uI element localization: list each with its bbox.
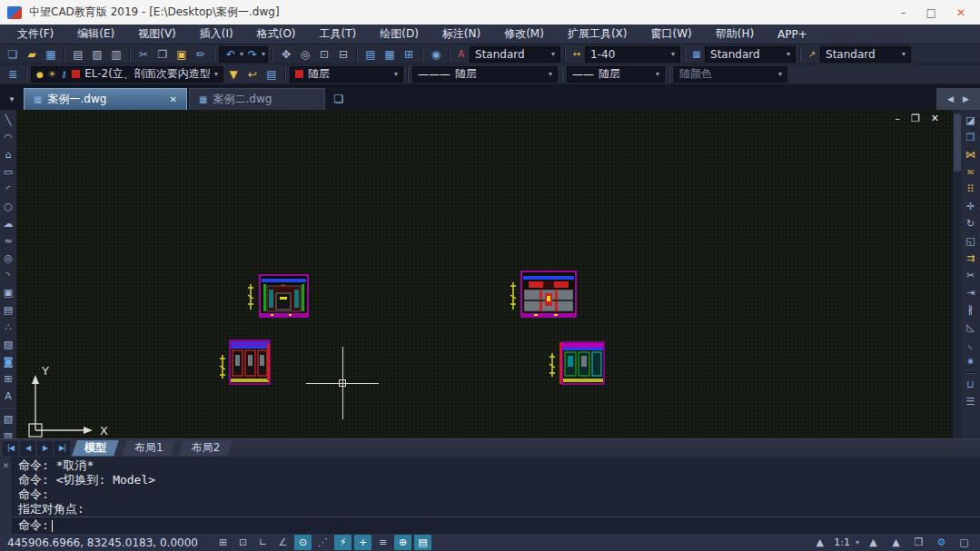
arc-tool-icon[interactable]: ◠ (1, 129, 16, 146)
mirror-tool-icon[interactable]: ⋈ (963, 146, 978, 163)
lineweight-combo[interactable]: —— 随层 ▾ (567, 66, 665, 83)
selection-cycling-toggle-icon[interactable]: ⊕ (394, 535, 411, 550)
polar-tracking-toggle-icon[interactable]: ∠ (274, 535, 292, 550)
image-attach-tool-icon[interactable]: ▧ (1, 410, 16, 428)
chamfer-tool-icon[interactable]: ◺ (963, 319, 978, 336)
annotation-scale-icon[interactable]: ▲ (811, 535, 828, 550)
hatch-tool-icon[interactable]: ▨ (1, 336, 16, 353)
scale-tool-icon[interactable]: ◱ (963, 232, 978, 250)
tab-scroll-left-icon[interactable]: ◀ (947, 94, 954, 103)
command-close-icon[interactable]: ✕ (3, 461, 10, 470)
menu-file[interactable]: 文件(F) (5, 25, 65, 44)
extend-tool-icon[interactable]: ⇥ (963, 284, 978, 301)
mleader-style-caret-icon[interactable]: ▾ (902, 50, 906, 58)
save-icon[interactable]: ▦ (42, 46, 60, 63)
canvas-vertical-scrollbar[interactable] (952, 110, 961, 438)
explode-tool-icon[interactable]: ✷ (963, 353, 978, 370)
layer-states-icon[interactable]: ▤ (262, 66, 281, 83)
annotation-visibility-icon[interactable]: ▲ (865, 535, 882, 550)
redo-icon[interactable]: ↷ (243, 46, 262, 63)
ortho-toggle-icon[interactable]: ∟ (254, 535, 272, 550)
menu-draw[interactable]: 绘图(D) (368, 25, 431, 44)
text-style-combo[interactable]: Standard ▾ (470, 46, 560, 63)
menu-window[interactable]: 窗口(W) (638, 25, 703, 44)
doc-tab-case1[interactable]: ▦ 案例一.dwg ✕ (24, 88, 187, 110)
table-tool-icon[interactable]: ⊞ (1, 370, 16, 388)
linetype-caret-icon[interactable]: ▾ (549, 70, 552, 78)
snap-toggle-icon[interactable]: ⊡ (234, 535, 252, 550)
quick-calc-icon[interactable]: ⊞ (400, 46, 418, 63)
redo-dropdown-icon[interactable]: ▾ (262, 50, 265, 58)
tab-model[interactable]: 模型 (72, 440, 119, 457)
array-tool-icon[interactable]: ⠿ (963, 181, 978, 198)
cut-icon[interactable]: ✂ (134, 46, 153, 63)
table-style-combo[interactable]: Standard ▾ (705, 46, 796, 63)
color-caret-icon[interactable]: ▾ (394, 70, 398, 78)
object-snap-toggle-icon[interactable]: ⊙ (294, 535, 312, 550)
dynamic-input-toggle-icon[interactable]: + (354, 535, 371, 550)
layer-previous-icon[interactable]: ↩ (243, 66, 262, 83)
drawing-elevation-1[interactable] (245, 273, 311, 325)
doc-close-icon[interactable]: ✕ (931, 113, 939, 124)
layer-caret-icon[interactable]: ▾ (214, 70, 218, 78)
point-tool-icon[interactable]: ∴ (1, 319, 16, 336)
text-style-caret-icon[interactable]: ▾ (551, 50, 555, 58)
properties-palette-icon[interactable]: ▤ (361, 46, 380, 63)
layout-nav-first-icon[interactable]: |◀ (3, 441, 18, 456)
tab-list-dropdown-icon[interactable]: ▾ (0, 88, 24, 110)
make-layer-current-icon[interactable]: ▼ (224, 66, 243, 83)
layout-nav-last-icon[interactable]: ▶| (54, 441, 70, 456)
mleader-style-combo[interactable]: Standard ▾ (820, 46, 911, 63)
polygon-tool-icon[interactable]: ⌂ (1, 146, 16, 163)
break-tool-icon[interactable]: ∦ (963, 301, 978, 319)
annotation-scale-value[interactable]: 1:1 (834, 536, 850, 548)
rectangle-tool-icon[interactable]: ▭ (1, 163, 16, 181)
paste-icon[interactable]: ▣ (173, 46, 191, 63)
fullscreen-icon[interactable]: ▢ (955, 535, 973, 550)
make-block-tool-icon[interactable]: ▤ (1, 301, 16, 319)
doc-minimize-icon[interactable]: – (895, 113, 900, 124)
erase-tool-icon[interactable]: ◪ (963, 112, 978, 129)
window-close-button[interactable]: ✕ (956, 6, 965, 19)
menu-modify[interactable]: 修改(M) (492, 25, 556, 44)
spline-tool-icon[interactable]: ≈ (1, 232, 16, 250)
object-snap-tracking-toggle-icon[interactable]: ⋰ (314, 535, 332, 550)
new-file-icon[interactable]: ❏ (4, 46, 22, 63)
drawing-elevation-2[interactable] (507, 270, 579, 325)
menu-app-plus[interactable]: APP+ (766, 25, 819, 44)
menu-edit[interactable]: 编辑(E) (65, 25, 126, 44)
annotation-scale-caret-icon[interactable]: ▾ (856, 538, 859, 546)
dynamic-ucs-toggle-icon[interactable]: ⚡ (334, 535, 351, 550)
scrollbar-thumb[interactable] (954, 113, 961, 172)
design-center-icon[interactable]: ▦ (381, 46, 399, 63)
grid-toggle-icon[interactable]: ⊞ (214, 535, 232, 550)
match-props-tool-icon[interactable]: ☰ (963, 393, 978, 410)
ellipse-arc-tool-icon[interactable]: ◝ (1, 267, 16, 284)
copy-tool-icon[interactable]: ❐ (963, 129, 978, 146)
window-minimize-button[interactable]: – (901, 6, 906, 19)
donut-tool-icon[interactable]: ◙ (1, 353, 16, 370)
rotate-tool-icon[interactable]: ↻ (963, 215, 978, 232)
menu-express-tools[interactable]: 扩展工具(X) (556, 25, 639, 44)
publish-icon[interactable]: ▥ (107, 46, 125, 63)
print-icon[interactable]: ▤ (69, 46, 87, 63)
tab-layout1[interactable]: 布局1 (122, 440, 176, 457)
open-file-icon[interactable]: ▰ (23, 46, 41, 63)
menu-help[interactable]: 帮助(H) (704, 25, 766, 44)
menu-dimension[interactable]: 标注(N) (431, 25, 492, 44)
layer-sun-icon[interactable]: ☀ (48, 69, 56, 79)
zoom-realtime-icon[interactable]: ◎ (296, 46, 314, 63)
mtext-tool-icon[interactable]: A (1, 388, 16, 405)
settings-gear-icon[interactable]: ⚙ (933, 535, 950, 550)
layer-manager-icon[interactable]: ≣ (4, 66, 22, 83)
line-tool-icon[interactable]: ╲ (1, 112, 16, 129)
insert-block-tool-icon[interactable]: ▣ (1, 284, 16, 301)
dim-style-combo[interactable]: 1-40 ▾ (585, 46, 680, 63)
menu-insert[interactable]: 插入(I) (188, 25, 245, 44)
menu-format[interactable]: 格式(O) (245, 25, 308, 44)
revision-cloud-tool-icon[interactable]: ☁ (1, 215, 16, 232)
drawing-elevation-4[interactable] (547, 339, 607, 390)
auto-annotation-icon[interactable]: ▲ (887, 535, 905, 550)
layer-combo[interactable]: ● ☀ ⚷ EL-2(立、剖面次要内造型纟 ▾ (31, 66, 223, 83)
drawing-canvas[interactable]: – ❐ ✕ (16, 110, 952, 438)
